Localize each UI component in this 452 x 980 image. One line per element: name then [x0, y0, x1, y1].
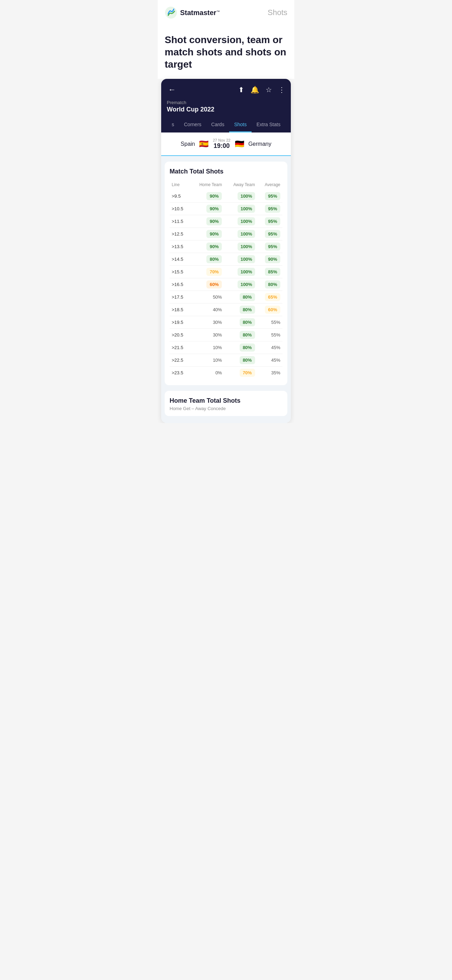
- cell-home: 10%: [190, 354, 224, 367]
- table-row: >17.550%80%65%: [170, 291, 282, 304]
- cell-avg: 95%: [257, 190, 282, 203]
- table-row: >19.530%80%55%: [170, 316, 282, 329]
- cell-avg: 95%: [257, 215, 282, 228]
- competition-title: World Cup 2022: [167, 106, 285, 113]
- page-title-area: Shot conversion, team or match shots and…: [158, 24, 294, 79]
- dark-nav: ← ⬆ 🔔 ☆ ⋮ Prematch World Cup 2022 s Corn…: [161, 79, 291, 132]
- cell-line: >15.5: [170, 266, 190, 278]
- cell-avg: 65%: [257, 291, 282, 304]
- cell-home: 90%: [190, 203, 224, 215]
- cell-line: >11.5: [170, 215, 190, 228]
- cell-away: 80%: [224, 329, 257, 341]
- cell-home: 40%: [190, 304, 224, 316]
- cell-away: 100%: [224, 203, 257, 215]
- prematch-label: Prematch: [167, 100, 285, 105]
- table-row: >13.590%100%95%: [170, 240, 282, 253]
- tab-s[interactable]: s: [167, 118, 179, 132]
- cell-line: >23.5: [170, 367, 190, 379]
- tab-cards[interactable]: Cards: [206, 118, 229, 132]
- cell-away: 100%: [224, 253, 257, 266]
- cell-home: 80%: [190, 253, 224, 266]
- cell-away: 70%: [224, 367, 257, 379]
- col-line: Line: [170, 181, 190, 190]
- tab-shots[interactable]: Shots: [229, 118, 251, 132]
- cell-home: 60%: [190, 278, 224, 291]
- cell-avg: 45%: [257, 354, 282, 367]
- cell-home: 10%: [190, 341, 224, 354]
- tab-corners[interactable]: Corners: [179, 118, 206, 132]
- away-flag: 🇩🇪: [235, 140, 244, 149]
- cell-line: >21.5: [170, 341, 190, 354]
- cell-line: >10.5: [170, 203, 190, 215]
- cell-away: 100%: [224, 190, 257, 203]
- content-area: Match Total Shots Line Home Team Away Te…: [161, 156, 291, 423]
- cell-avg: 60%: [257, 304, 282, 316]
- cell-home: 30%: [190, 316, 224, 329]
- col-avg: Average: [257, 181, 282, 190]
- cell-line: >13.5: [170, 240, 190, 253]
- home-total-shots-subtitle: Home Get – Away Concede: [170, 406, 282, 411]
- app-header: Statmaster™ Shots: [158, 0, 294, 24]
- match-total-shots-card: Match Total Shots Line Home Team Away Te…: [165, 162, 287, 385]
- table-row: >14.580%100%90%: [170, 253, 282, 266]
- cell-home: 70%: [190, 266, 224, 278]
- cell-line: >17.5: [170, 291, 190, 304]
- col-home: Home Team: [190, 181, 224, 190]
- cell-line: >9.5: [170, 190, 190, 203]
- cell-away: 80%: [224, 304, 257, 316]
- cell-home: 0%: [190, 367, 224, 379]
- table-row: >23.50%70%35%: [170, 367, 282, 379]
- match-time-block: 27 Nov 22 19:00: [213, 138, 230, 150]
- table-row: >11.590%100%95%: [170, 215, 282, 228]
- cell-avg: 80%: [257, 278, 282, 291]
- cell-away: 100%: [224, 266, 257, 278]
- cell-home: 90%: [190, 228, 224, 240]
- cell-away: 100%: [224, 240, 257, 253]
- home-team-name: Spain: [181, 141, 195, 147]
- cell-avg: 95%: [257, 203, 282, 215]
- cell-home: 30%: [190, 329, 224, 341]
- cell-away: 80%: [224, 341, 257, 354]
- header-shots-label: Shots: [268, 8, 287, 17]
- table-row: >20.530%80%55%: [170, 329, 282, 341]
- cell-avg: 35%: [257, 367, 282, 379]
- cell-line: >14.5: [170, 253, 190, 266]
- logo-icon: [165, 6, 177, 19]
- cell-avg: 45%: [257, 341, 282, 354]
- col-away: Away Team: [224, 181, 257, 190]
- home-flag: 🇪🇸: [199, 140, 208, 149]
- cell-line: >12.5: [170, 228, 190, 240]
- share-icon[interactable]: ⬆: [238, 86, 244, 94]
- bell-icon[interactable]: 🔔: [250, 86, 259, 94]
- table-row: >16.560%100%80%: [170, 278, 282, 291]
- cell-line: >22.5: [170, 354, 190, 367]
- cell-line: >18.5: [170, 304, 190, 316]
- tab-extra-stats[interactable]: Extra Stats: [251, 118, 285, 132]
- back-button[interactable]: ←: [167, 84, 177, 96]
- match-time: 19:00: [213, 142, 230, 150]
- more-icon[interactable]: ⋮: [278, 86, 285, 94]
- cell-line: >16.5: [170, 278, 190, 291]
- logo-area: Statmaster™: [165, 6, 220, 19]
- away-team-name: Germany: [248, 141, 272, 147]
- cell-away: 80%: [224, 316, 257, 329]
- cell-away: 80%: [224, 354, 257, 367]
- tab-nav: s Corners Cards Shots Extra Stats My Ale…: [167, 118, 285, 132]
- table-row: >9.590%100%95%: [170, 190, 282, 203]
- cell-home: 90%: [190, 190, 224, 203]
- cell-away: 100%: [224, 278, 257, 291]
- cell-home: 90%: [190, 215, 224, 228]
- svg-point-0: [165, 7, 177, 19]
- cell-away: 80%: [224, 291, 257, 304]
- cell-avg: 95%: [257, 240, 282, 253]
- cell-home: 90%: [190, 240, 224, 253]
- cell-line: >20.5: [170, 329, 190, 341]
- table-row: >22.510%80%45%: [170, 354, 282, 367]
- star-icon[interactable]: ☆: [266, 86, 272, 94]
- table-row: >12.590%100%95%: [170, 228, 282, 240]
- match-info-bar: Spain 🇪🇸 27 Nov 22 19:00 🇩🇪 Germany: [161, 132, 291, 156]
- cell-avg: 90%: [257, 253, 282, 266]
- match-total-shots-table: Line Home Team Away Team Average >9.590%…: [170, 181, 282, 379]
- cell-avg: 85%: [257, 266, 282, 278]
- cell-away: 100%: [224, 215, 257, 228]
